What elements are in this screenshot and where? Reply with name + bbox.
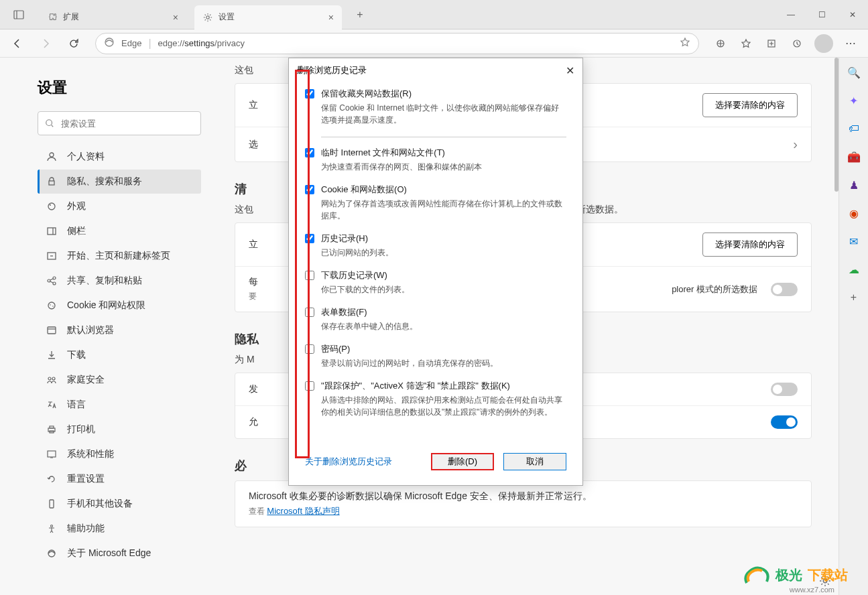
dialog-option-desc: 已访问网站的列表。	[321, 247, 566, 259]
sidebar-item-15[interactable]: 辅助功能	[38, 517, 201, 541]
dialog-checkbox-1[interactable]	[305, 148, 314, 157]
refresh-button[interactable]	[62, 31, 86, 56]
dialog-option-label: 历史记录(H)	[321, 233, 566, 245]
address-bar[interactable]: Edge | edge://settings/privacy	[95, 33, 699, 54]
history-icon[interactable]	[785, 31, 809, 56]
settings-search[interactable]	[38, 111, 201, 135]
watermark: 极光下载站	[743, 563, 848, 587]
sidebar-item-12[interactable]: 系统和性能	[38, 442, 201, 466]
user-icon	[46, 151, 58, 163]
dialog-option-desc: 从筛选中排除的网站、跟踪保护用来检测站点可能会在何处自动共享你的相关访问详细信息…	[321, 394, 566, 418]
sidebar-item-4[interactable]: 开始、主页和新建标签页	[38, 244, 201, 268]
dialog-checkbox-4[interactable]	[305, 271, 314, 280]
sidebar-item-14[interactable]: 手机和其他设备	[38, 492, 201, 516]
dialog-checkbox-2[interactable]	[305, 185, 314, 194]
tab-close-icon[interactable]: ×	[328, 12, 334, 23]
nav-label: 个人资料	[67, 151, 105, 163]
sidebar-item-2[interactable]: 外观	[38, 194, 201, 218]
nav-label: 手机和其他设备	[67, 498, 133, 510]
perf-icon	[46, 448, 58, 460]
minimize-button[interactable]: —	[776, 0, 806, 29]
svg-rect-30	[50, 500, 54, 508]
page-title: 设置	[38, 78, 201, 98]
dialog-checkbox-3[interactable]	[305, 234, 314, 243]
svg-rect-0	[14, 11, 23, 19]
toggle-ie-mode-clear[interactable]	[771, 283, 798, 296]
new-tab-button[interactable]: +	[350, 5, 370, 25]
svg-point-31	[51, 525, 53, 527]
choose-clear-button-2[interactable]: 选择要清除的内容	[702, 233, 798, 257]
search-sidebar-icon[interactable]: 🔍	[846, 64, 862, 80]
watermark-url: www.xz7.com	[790, 586, 834, 594]
search-input[interactable]	[61, 119, 194, 129]
address-edge-label: Edge	[121, 38, 141, 48]
svg-rect-22	[48, 327, 56, 334]
svg-point-21	[52, 306, 54, 307]
extensions-icon[interactable]	[708, 31, 733, 56]
scrollbar-thumb[interactable]	[834, 58, 839, 192]
sidebar-item-11[interactable]: 打印机	[38, 417, 201, 442]
svg-point-18	[53, 282, 56, 285]
dialog-checkbox-6[interactable]	[305, 344, 314, 354]
close-window-button[interactable]: ✕	[837, 0, 868, 29]
panel-icon	[46, 225, 58, 237]
search-icon	[45, 119, 54, 128]
dialog-option-6: 密码(P)登录以前访问过的网站时，自动填充保存的密码。	[305, 343, 566, 369]
sidebar-item-16[interactable]: 关于 Microsoft Edge	[38, 541, 201, 566]
add-sidebar-icon[interactable]: +	[846, 289, 862, 306]
delete-button[interactable]: 删除(D)	[431, 453, 494, 470]
dialog-checkbox-7[interactable]	[305, 381, 314, 391]
profile-avatar[interactable]	[814, 34, 833, 53]
nav-label: 默认浏览器	[67, 324, 114, 336]
dialog-option-desc: 你已下载的文件的列表。	[321, 283, 566, 295]
maximize-button[interactable]: ☐	[806, 0, 837, 29]
sidebar-item-5[interactable]: 共享、复制和粘贴	[38, 269, 201, 293]
collections-icon[interactable]	[759, 31, 784, 56]
sidebar-item-6[interactable]: Cookie 和网站权限	[38, 293, 201, 318]
sidebar-item-9[interactable]: 家庭安全	[38, 368, 201, 392]
tab-label: 扩展	[63, 11, 79, 23]
sidebar-item-1[interactable]: 隐私、搜索和服务	[38, 170, 201, 194]
svg-point-16	[48, 279, 50, 282]
games-icon[interactable]: ♟	[846, 177, 862, 193]
sidebar-item-3[interactable]: 侧栏	[38, 219, 201, 243]
cancel-button[interactable]: 取消	[503, 453, 566, 470]
favorite-star-icon[interactable]	[680, 37, 690, 50]
more-menu-button[interactable]: ⋯	[839, 37, 863, 50]
panel-toggle-icon[interactable]	[7, 3, 31, 27]
outlook-icon[interactable]: ✉	[846, 233, 862, 249]
dialog-close-button[interactable]: ✕	[566, 64, 574, 77]
sidebar-item-7[interactable]: 默认浏览器	[38, 318, 201, 342]
tab-settings[interactable]: 设置 ×	[194, 5, 342, 29]
forward-button[interactable]	[34, 31, 58, 56]
favorites-icon[interactable]	[734, 31, 758, 56]
tab-extensions[interactable]: 扩展 ×	[39, 5, 186, 29]
tools-icon[interactable]: 🧰	[846, 149, 862, 165]
discover-icon[interactable]: ✦	[846, 92, 862, 109]
privacy-statement-link[interactable]: Microsoft 隐私声明	[267, 506, 339, 516]
tab-close-icon[interactable]: ×	[173, 12, 178, 23]
sidebar-item-0[interactable]: 个人资料	[38, 145, 201, 169]
toggle-privacy-1[interactable]	[771, 383, 798, 396]
shopping-icon[interactable]: 🏷	[846, 121, 862, 137]
dialog-option-desc: 保留 Cookie 和 Internet 临时文件，以使你收藏的网站能够保存偏好…	[321, 102, 566, 126]
dialog-checkbox-0[interactable]	[305, 89, 314, 98]
toggle-privacy-2[interactable]	[771, 415, 798, 429]
about-delete-history-link[interactable]: 关于删除浏览历史记录	[305, 456, 392, 468]
dialog-option-1: 临时 Internet 文件和网站文件(T)为快速查看而保存的网页、图像和媒体的…	[305, 147, 566, 173]
onedrive-icon[interactable]: ☁	[846, 261, 862, 277]
sidebar-item-13[interactable]: 重置设置	[38, 467, 201, 491]
choose-clear-button[interactable]: 选择要清除的内容	[702, 93, 798, 117]
back-button[interactable]	[5, 31, 29, 56]
edge-sidebar: 🔍 ✦ 🏷 🧰 ♟ ◉ ✉ ☁ +	[839, 58, 868, 595]
dialog-checkbox-5[interactable]	[305, 308, 314, 317]
office-icon[interactable]: ◉	[846, 205, 862, 221]
dialog-option-label: 下载历史记录(W)	[321, 269, 566, 281]
sidebar-item-10[interactable]: 语言	[38, 393, 201, 417]
svg-point-25	[52, 377, 55, 380]
family-icon	[46, 374, 58, 386]
dialog-divider	[321, 137, 566, 137]
sidebar-item-8[interactable]: 下载	[38, 343, 201, 367]
dialog-option-desc: 网站为了保存首选项或改善网站性能而存储在你计算机上的文件或数据库。	[321, 198, 566, 222]
svg-point-9	[50, 153, 54, 157]
